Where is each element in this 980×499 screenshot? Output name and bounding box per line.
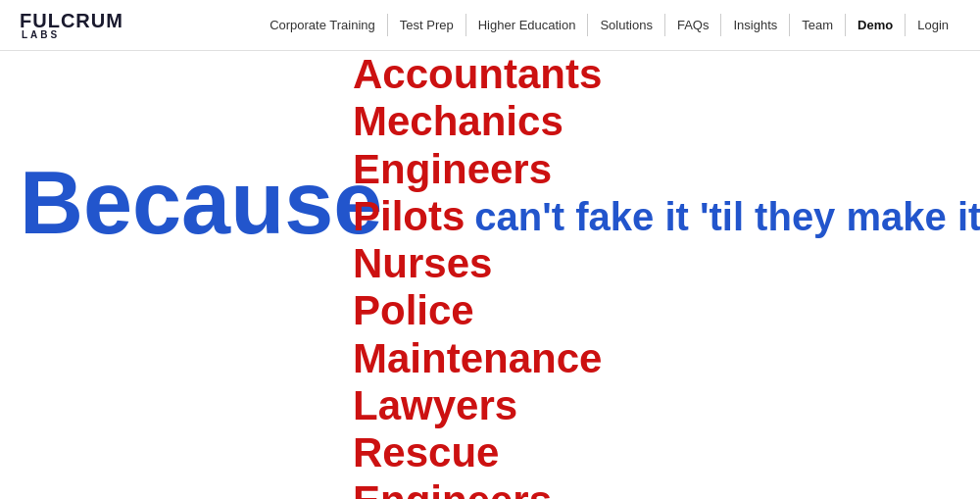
pilots-row: Pilotscan't fake it 'til they make it. <box>353 193 980 240</box>
logo-fulcrum: FULCRUM <box>20 11 123 30</box>
profession-engineers-9: Engineers <box>353 477 980 499</box>
tagline-text: can't fake it 'til they make it. <box>474 195 980 239</box>
nav-item-faqs[interactable]: FAQs <box>665 14 722 36</box>
logo-labs: LABS <box>22 30 123 40</box>
profession-accountants-0: Accountants <box>353 51 980 98</box>
profession-nurses-4: Nurses <box>353 240 980 287</box>
profession-rescue-8: Rescue <box>353 429 980 476</box>
profession-lawyers-7: Lawyers <box>353 382 980 429</box>
profession-engineers-2: Engineers <box>353 146 980 193</box>
site-header: FULCRUM LABS Corporate TrainingTest Prep… <box>0 0 980 51</box>
profession-maintenance-6: Maintenance <box>353 335 980 382</box>
logo[interactable]: FULCRUM LABS <box>20 11 123 40</box>
nav-item-demo[interactable]: Demo <box>846 14 906 36</box>
profession-police-5: Police <box>353 287 980 334</box>
nav-item-higher-education[interactable]: Higher Education <box>466 14 589 36</box>
profession-mechanics-1: Mechanics <box>353 98 980 145</box>
nav-item-team[interactable]: Team <box>790 14 846 36</box>
nav-item-solutions[interactable]: Solutions <box>588 14 664 36</box>
nav-item-login[interactable]: Login <box>906 14 960 36</box>
nav-item-test-prep[interactable]: Test Prep <box>388 14 466 36</box>
professions-list: AccountantsMechanicsEngineersPilotscan't… <box>353 51 980 499</box>
main-nav: Corporate TrainingTest PrepHigher Educat… <box>258 14 960 36</box>
main-content: Because AccountantsMechanicsEngineersPil… <box>0 51 980 499</box>
profession-pilots: Pilots <box>353 193 465 240</box>
nav-item-insights[interactable]: Insights <box>721 14 790 36</box>
because-label: Because <box>20 159 382 247</box>
nav-item-corporate-training[interactable]: Corporate Training <box>258 14 388 36</box>
